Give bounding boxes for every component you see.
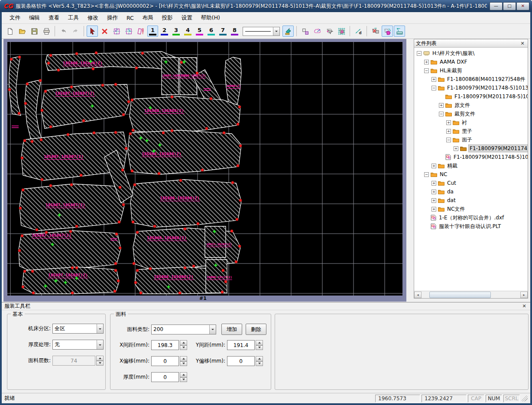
x-offset-stepper[interactable] <box>180 356 187 366</box>
drill-point[interactable] <box>222 269 224 272</box>
y-spacing-stepper[interactable] <box>256 340 263 350</box>
fabric-layers-stepper[interactable] <box>96 356 104 366</box>
drill-point[interactable] <box>49 125 52 128</box>
drill-point[interactable] <box>93 132 95 134</box>
select-piece-button[interactable] <box>324 26 335 37</box>
resize-grip[interactable] <box>522 395 528 402</box>
edit-notch-button[interactable] <box>311 26 323 37</box>
drill-point[interactable] <box>67 133 69 136</box>
rotate-region-cw-button[interactable] <box>123 26 134 37</box>
drill-point[interactable] <box>197 222 199 225</box>
menu-item-[interactable]: 查看 <box>44 13 64 23</box>
print-button[interactable] <box>41 26 52 37</box>
y-offset-field[interactable]: 0 <box>227 356 255 366</box>
drill-point[interactable] <box>45 231 48 234</box>
drill-point[interactable] <box>171 96 173 98</box>
chevron-down-icon[interactable] <box>273 27 279 35</box>
drill-point[interactable] <box>136 231 139 234</box>
layer-number-button-8[interactable]: 8 <box>229 26 240 37</box>
menu-item-[interactable]: 工具 <box>64 13 83 23</box>
maximize-button[interactable]: □ <box>503 2 516 10</box>
pattern-piece-band-f-left[interactable] <box>22 267 119 294</box>
drill-point[interactable] <box>180 61 183 64</box>
tree-item[interactable]: +Cut <box>414 179 528 187</box>
tree-item[interactable]: +F1-1800979(M201174 <box>414 144 528 153</box>
drill-point[interactable] <box>237 164 239 167</box>
drill-point[interactable] <box>21 157 23 159</box>
drill-point[interactable] <box>121 169 124 171</box>
drill-point[interactable] <box>119 247 121 249</box>
x-offset-field[interactable]: 0 <box>151 356 179 366</box>
menu-item-[interactable]: 操作 <box>103 13 122 23</box>
drill-point[interactable] <box>69 230 72 233</box>
drill-point[interactable] <box>122 203 125 206</box>
pattern-canvas[interactable]: 185868-185888(2)18087-18007(2)18088-1808… <box>7 42 402 296</box>
scroll-left-icon[interactable]: ◂ <box>414 292 422 298</box>
layer-number-button-1[interactable]: 1 <box>147 26 158 37</box>
drill-point[interactable] <box>118 221 120 223</box>
drill-point[interactable] <box>114 269 117 272</box>
drill-point[interactable] <box>221 291 224 293</box>
text-grid-button[interactable]: A <box>336 26 347 37</box>
thickness-handling-select[interactable]: 无 <box>52 340 104 350</box>
nesting-drawing[interactable]: 185868-185888(2)18087-18007(2)18088-1808… <box>7 42 402 296</box>
tree-item[interactable]: +衬 <box>414 118 528 127</box>
drill-point[interactable] <box>153 225 156 228</box>
expand-icon[interactable]: + <box>446 120 451 125</box>
drill-point[interactable] <box>238 245 241 248</box>
drill-point[interactable] <box>114 83 117 86</box>
menu-item-[interactable]: 文件 <box>5 13 25 23</box>
drill-point[interactable] <box>19 207 22 209</box>
tree-item[interactable]: +精裁 <box>414 161 528 170</box>
tree-item[interactable]: −面子 <box>414 135 528 144</box>
y-offset-stepper[interactable] <box>256 356 263 366</box>
layer-number-button-2[interactable]: 2 <box>159 26 170 37</box>
drill-point[interactable] <box>131 170 133 172</box>
scroll-right-icon[interactable]: ▸ <box>520 292 528 298</box>
thickness-stepper[interactable] <box>180 372 187 382</box>
drill-point[interactable] <box>26 83 29 85</box>
drill-point[interactable] <box>179 179 182 182</box>
drill-point[interactable] <box>71 292 74 294</box>
drill-point[interactable] <box>223 132 225 134</box>
tree-item[interactable]: +里子 <box>414 127 528 135</box>
redo-button[interactable] <box>70 26 81 37</box>
drill-point[interactable] <box>49 184 52 187</box>
menu-item-h[interactable]: 帮助(H) <box>197 13 224 23</box>
drill-point[interactable] <box>184 267 186 269</box>
tree-item[interactable]: +da <box>414 187 528 196</box>
drill-point[interactable] <box>134 281 137 284</box>
save-button[interactable] <box>29 26 40 37</box>
close-button[interactable]: ✕ <box>516 2 529 10</box>
tree-item[interactable]: −HL未裁剪 <box>414 66 528 75</box>
drill-point[interactable] <box>71 267 74 269</box>
drill-point[interactable] <box>135 67 138 69</box>
drill-point[interactable] <box>115 233 118 235</box>
undo-button[interactable] <box>58 26 69 37</box>
drill-point[interactable] <box>230 230 233 232</box>
drill-point[interactable] <box>57 69 60 71</box>
y-spacing-field[interactable]: 191.4 <box>227 340 255 350</box>
expand-icon[interactable]: + <box>431 181 436 186</box>
drill-point[interactable] <box>127 100 130 103</box>
drill-point[interactable] <box>205 127 208 130</box>
collapse-icon[interactable]: − <box>439 112 444 116</box>
menu-item-[interactable]: 编辑 <box>25 13 44 23</box>
drill-point[interactable] <box>133 183 136 186</box>
drill-point[interactable] <box>238 106 241 108</box>
garment-toolbar-close-icon[interactable]: ✕ <box>521 303 528 309</box>
drill-point[interactable] <box>139 292 142 294</box>
line-style-select[interactable] <box>243 27 280 36</box>
drill-point[interactable] <box>178 292 181 294</box>
drill-point[interactable] <box>75 225 78 228</box>
drill-point[interactable] <box>236 218 238 221</box>
drill-point[interactable] <box>8 88 11 91</box>
drill-point[interactable] <box>231 181 234 184</box>
menu-item-[interactable]: 布局 <box>138 13 158 23</box>
drill-point[interactable] <box>132 221 134 223</box>
drill-point[interactable] <box>132 129 134 132</box>
drill-point[interactable] <box>171 129 173 132</box>
drill-point[interactable] <box>23 270 26 273</box>
drill-point[interactable] <box>32 292 35 294</box>
drill-point[interactable] <box>184 228 186 230</box>
